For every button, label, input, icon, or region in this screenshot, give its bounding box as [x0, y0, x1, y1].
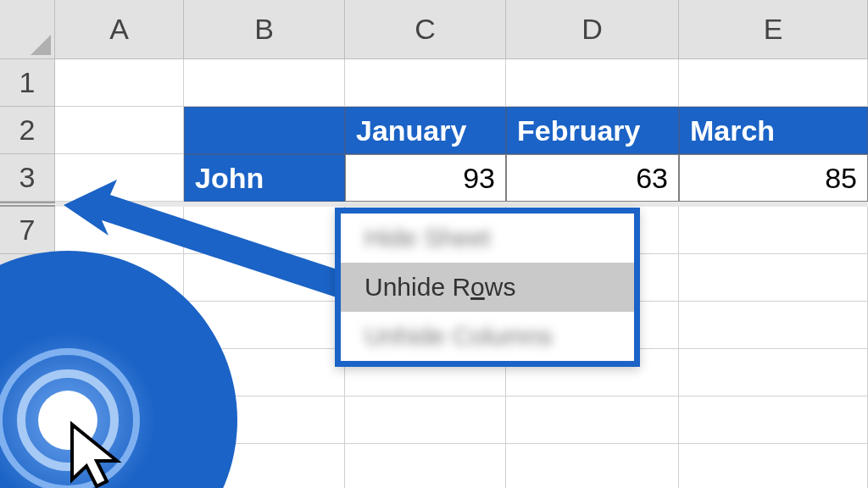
menu-item-unhide-rows[interactable]: Unhide Rows: [341, 263, 634, 312]
cell-e7[interactable]: [679, 207, 868, 254]
spreadsheet-grid[interactable]: A B C D E 1 2 3 7 8 January February Mar…: [0, 0, 868, 488]
cell-b2-header[interactable]: [184, 107, 345, 154]
cell-e1[interactable]: [679, 59, 868, 107]
cell-a3[interactable]: [55, 154, 184, 202]
col-header-b[interactable]: B: [184, 0, 345, 59]
cell-a1[interactable]: [55, 59, 184, 107]
cell-d3-value[interactable]: 63: [506, 154, 679, 202]
cell-d2-header[interactable]: February: [506, 107, 679, 154]
col-header-c[interactable]: C: [345, 0, 506, 59]
cell-blank[interactable]: [679, 349, 868, 396]
context-menu: Hide Sheet Unhide Rows Unhide Columns: [335, 208, 640, 367]
cell-d1[interactable]: [506, 59, 679, 107]
cell-e3-value[interactable]: 85: [679, 154, 868, 202]
row-header-3[interactable]: 3: [0, 154, 55, 202]
cell-b1[interactable]: [184, 59, 345, 107]
col-header-a[interactable]: A: [55, 0, 184, 59]
svg-marker-0: [31, 35, 51, 55]
cell-b8[interactable]: [184, 254, 345, 302]
select-all-corner[interactable]: [0, 0, 55, 59]
cell-c2-header[interactable]: January: [345, 107, 506, 154]
menu-mnemonic: o: [470, 273, 485, 301]
cell-e8[interactable]: [679, 254, 868, 302]
col-header-d[interactable]: D: [506, 0, 679, 59]
cell-blank[interactable]: [345, 396, 506, 444]
select-all-icon: [31, 35, 51, 55]
cell-b7[interactable]: [184, 207, 345, 254]
cell-blank[interactable]: [679, 444, 868, 488]
cell-b3-name[interactable]: John: [184, 154, 345, 202]
row-header-1[interactable]: 1: [0, 59, 55, 107]
row-header-7[interactable]: 7: [0, 207, 55, 254]
cell-a2[interactable]: [55, 107, 184, 154]
svg-marker-2: [72, 424, 117, 486]
row-header-2[interactable]: 2: [0, 107, 55, 154]
cell-e2-header[interactable]: March: [679, 107, 868, 154]
cell-blank[interactable]: [506, 396, 679, 444]
cell-blank[interactable]: [345, 444, 506, 488]
cell-c1[interactable]: [345, 59, 506, 107]
cell-blank[interactable]: [506, 444, 679, 488]
menu-label-pre: Unhide R: [364, 273, 470, 301]
cell-blank[interactable]: [679, 396, 868, 444]
cell-blank[interactable]: [679, 302, 868, 349]
col-header-e[interactable]: E: [679, 0, 868, 59]
cell-a7[interactable]: [55, 207, 184, 254]
menu-item-unhide-columns[interactable]: Unhide Columns: [341, 312, 634, 361]
cursor-icon: [68, 420, 136, 488]
menu-item-hide-sheet[interactable]: Hide Sheet: [341, 214, 634, 263]
menu-label-post: ws: [485, 273, 516, 301]
cell-c3-value[interactable]: 93: [345, 154, 506, 202]
